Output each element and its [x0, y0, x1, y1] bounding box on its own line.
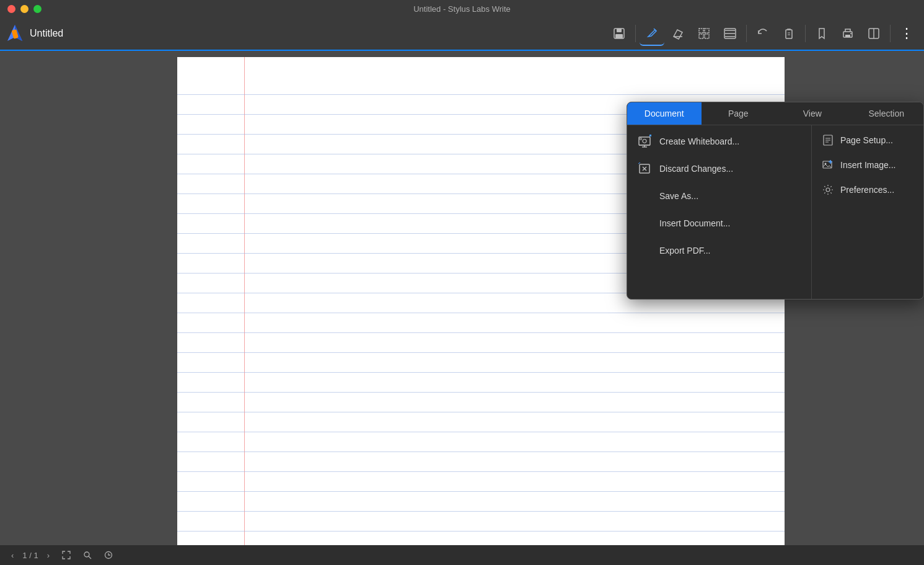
- save-as-icon: [637, 189, 652, 203]
- insert-document-label: Insert Document...: [659, 218, 801, 228]
- notebook-line: [177, 412, 785, 412]
- insert-image-icon: [822, 159, 834, 171]
- create-whiteboard-icon: [637, 134, 652, 149]
- menu-item-create-whiteboard[interactable]: Create Whiteboard...: [627, 128, 811, 155]
- menu-item-export-pdf[interactable]: Export PDF...: [627, 237, 811, 264]
- svg-rect-15: [786, 30, 792, 38]
- svg-rect-4: [617, 29, 622, 32]
- insert-image-label: Insert Image...: [840, 160, 895, 170]
- split-icon: [867, 27, 881, 40]
- svg-point-20: [850, 33, 851, 34]
- discard-changes-icon: [637, 161, 652, 176]
- menu-item-preferences[interactable]: Preferences...: [812, 177, 923, 202]
- svg-rect-9: [699, 34, 703, 38]
- discard-changes-label: Discard Changes...: [659, 164, 801, 174]
- eraser-icon: [671, 27, 685, 40]
- tab-page[interactable]: Page: [702, 102, 776, 125]
- clipboard-button[interactable]: [777, 21, 801, 46]
- eraser-button[interactable]: [666, 21, 690, 46]
- menu-item-save-as[interactable]: Save As...: [627, 182, 811, 210]
- notebook-line: [177, 372, 785, 373]
- menu-item-insert-image[interactable]: Insert Image...: [812, 153, 923, 177]
- preferences-label: Preferences...: [840, 185, 894, 195]
- app-logo: [5, 24, 25, 43]
- toolbar-group-main: ⋮: [607, 21, 919, 46]
- svg-rect-7: [699, 29, 703, 33]
- notebook-line: [177, 313, 785, 313]
- toolbar-divider-1: [635, 25, 636, 42]
- notebook-line: [177, 332, 785, 333]
- save-as-label: Save As...: [659, 191, 801, 201]
- layout-icon: [723, 27, 737, 40]
- next-page-button[interactable]: ›: [43, 549, 53, 561]
- tab-view[interactable]: View: [775, 102, 850, 125]
- export-pdf-label: Export PDF...: [659, 246, 801, 256]
- next-icon: ›: [47, 551, 50, 560]
- toolbar-divider-3: [805, 25, 806, 42]
- bookmark-button[interactable]: [809, 21, 834, 46]
- page-setup-icon: [822, 134, 834, 146]
- window-controls: [7, 5, 42, 13]
- prev-icon: ‹: [11, 551, 14, 560]
- layout-button[interactable]: [718, 21, 742, 46]
- tab-document[interactable]: Document: [627, 102, 702, 125]
- history-button[interactable]: [100, 549, 117, 561]
- pen-icon: [645, 26, 659, 40]
- close-button[interactable]: [7, 5, 15, 13]
- svg-point-24: [643, 140, 646, 143]
- grid-button[interactable]: [692, 21, 716, 46]
- notebook-line: [177, 531, 785, 532]
- tab-selection[interactable]: Selection: [850, 102, 924, 125]
- bookmark-icon: [815, 27, 829, 40]
- svg-line-34: [638, 162, 640, 164]
- fit-page-button[interactable]: [58, 549, 74, 561]
- insert-document-icon: [637, 216, 652, 231]
- clipboard-icon: [782, 27, 796, 40]
- prev-page-button[interactable]: ‹: [7, 549, 17, 561]
- menu-item-page-setup[interactable]: Page Setup...: [812, 128, 923, 153]
- main-area: Document Page View Selection: [0, 51, 924, 545]
- zoom-button[interactable]: [79, 549, 95, 561]
- fit-page-icon: [62, 551, 71, 559]
- save-button[interactable]: [607, 21, 631, 46]
- export-pdf-icon: [637, 243, 652, 258]
- create-whiteboard-label: Create Whiteboard...: [659, 136, 801, 146]
- undo-button[interactable]: [750, 21, 775, 46]
- notebook-line: [177, 471, 785, 472]
- minimize-button[interactable]: [20, 5, 29, 13]
- pen-button[interactable]: [640, 21, 664, 46]
- notebook-line: [177, 511, 785, 512]
- svg-rect-10: [705, 34, 709, 38]
- menu-header: Document Page View Selection: [627, 102, 923, 125]
- page-indicator: 1 / 1: [22, 551, 38, 560]
- window-title: Untitled - Stylus Labs Write: [413, 4, 511, 14]
- menu-left-column: Create Whiteboard... Discard Changes...: [627, 125, 812, 299]
- menu-item-insert-document[interactable]: Insert Document...: [627, 210, 811, 237]
- print-icon: [841, 27, 855, 40]
- more-button[interactable]: ⋮: [894, 21, 919, 46]
- maximize-button[interactable]: [33, 5, 42, 13]
- svg-line-45: [89, 556, 91, 559]
- menu-body: Create Whiteboard... Discard Changes...: [627, 125, 923, 299]
- split-button[interactable]: [861, 21, 886, 46]
- statusbar: ‹ 1 / 1 ›: [0, 545, 924, 565]
- notebook-line: [177, 94, 785, 95]
- notebook-line: [177, 392, 785, 393]
- svg-point-25: [640, 138, 642, 140]
- svg-point-43: [826, 188, 830, 192]
- menu-item-discard-changes[interactable]: Discard Changes...: [627, 155, 811, 182]
- titlebar: Untitled - Stylus Labs Write: [0, 0, 924, 17]
- svg-rect-8: [705, 29, 709, 33]
- toolbar: Untitled: [0, 17, 924, 51]
- print-button[interactable]: [835, 21, 860, 46]
- preferences-icon: [822, 184, 834, 196]
- notebook-line: [177, 352, 785, 353]
- notebook-line: [177, 432, 785, 432]
- page-setup-label: Page Setup...: [840, 135, 893, 145]
- notebook-line: [177, 452, 785, 452]
- svg-point-44: [84, 552, 89, 557]
- toolbar-divider-4: [890, 25, 891, 42]
- save-icon: [612, 27, 626, 40]
- toolbar-divider-2: [746, 25, 747, 42]
- grid-icon: [697, 27, 711, 40]
